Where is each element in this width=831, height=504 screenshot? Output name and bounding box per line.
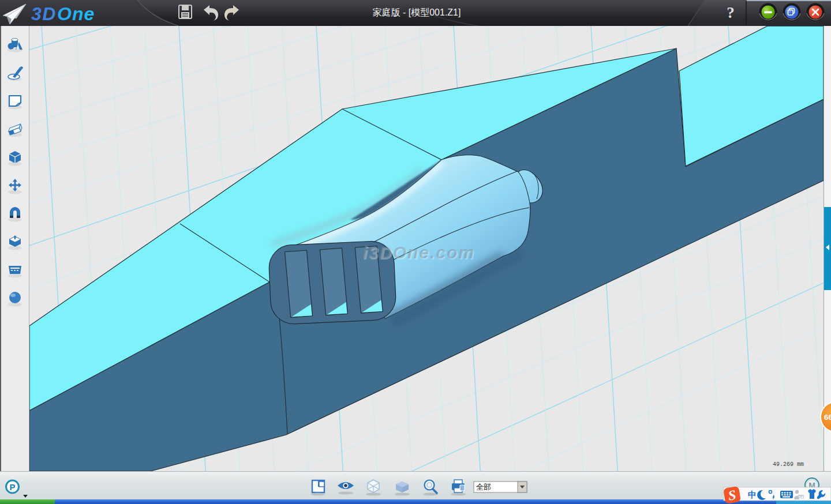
- svg-text:中: 中: [748, 490, 757, 499]
- svg-text:?: ?: [727, 4, 735, 21]
- svg-text:P: P: [9, 482, 15, 492]
- svg-text:,: ,: [772, 490, 774, 499]
- svg-text:全部: 全部: [476, 483, 491, 491]
- svg-text:66: 66: [824, 413, 831, 422]
- svg-text:One: One: [57, 3, 95, 24]
- svg-text:49.269 mm: 49.269 mm: [773, 461, 804, 468]
- svg-text:家庭版 - [模型001.Z1]: 家庭版 - [模型001.Z1]: [373, 7, 461, 17]
- svg-text:14: 14: [799, 495, 803, 499]
- svg-text:i3DOne.com: i3DOne.com: [362, 243, 475, 262]
- svg-text:3D: 3D: [31, 3, 57, 24]
